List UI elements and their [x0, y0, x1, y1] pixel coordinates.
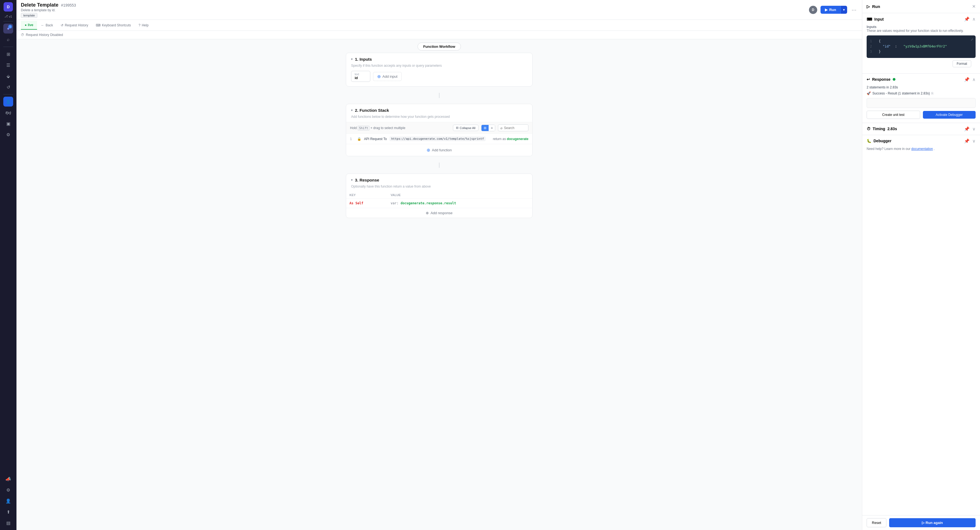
grid-view-button[interactable]: ⊞ — [482, 125, 488, 131]
format-button[interactable]: Format — [953, 60, 971, 67]
api-row-num: 1 — [350, 137, 355, 141]
panel-title: Run — [872, 4, 880, 9]
response-section: ▾ 3. Response Optionally have this funct… — [346, 173, 533, 218]
input-tag-value: id — [355, 76, 367, 80]
debugger-pin-button[interactable]: 📌 — [964, 138, 970, 143]
more-options-button[interactable]: ⋯ — [850, 6, 858, 14]
sidebar: D ⎇v1 ● 1 ⌕ ⊞ ☰ ⬙ ↺ 👤 f(x) ▣ ⚙ 📣 ⚙ — [0, 0, 16, 530]
response-chevron[interactable]: ▾ — [351, 178, 353, 182]
sidebar-item-megaphone[interactable]: 📣 — [3, 474, 13, 484]
response-arrow-icon: ↩ — [867, 77, 870, 81]
sidebar-item-table[interactable]: ☰ — [3, 60, 13, 70]
inputs-chevron[interactable]: ▾ — [351, 57, 353, 61]
collapse-icon: ⊟ — [456, 126, 458, 130]
navbar-back-button[interactable]: ← Back — [37, 21, 57, 29]
sidebar-item-search[interactable]: ⌕ — [3, 35, 13, 45]
navbar-help-button[interactable]: ? Help — [135, 21, 152, 29]
input-row: text id ⊕ Add input — [351, 71, 527, 82]
history-icon: ↺ — [6, 84, 10, 90]
panel-close-button[interactable]: ✕ — [972, 4, 975, 9]
add-response-plus-icon: ⊕ — [426, 211, 429, 215]
sidebar-toggle-icon: ▤ — [6, 520, 10, 525]
api-row-1: 1 🔒 API Request To https://api.docugener… — [346, 134, 532, 144]
table-icon: ☰ — [6, 63, 10, 68]
response-subtitle: Optionally have this function return a v… — [346, 185, 532, 192]
list-view-button[interactable]: ≡ — [488, 125, 495, 131]
package-icon: ▣ — [6, 121, 10, 126]
run-play-icon: ▷ — [867, 4, 870, 9]
layers-icon: ⬙ — [6, 73, 10, 79]
navbar-request-history-button[interactable]: ↺ Request History — [57, 21, 92, 29]
workflow-title: Function Workflow — [418, 43, 461, 51]
response-panel-header: ↩ Response 📌 ∧ — [862, 73, 980, 85]
sidebar-item-grid[interactable]: ⊞ — [3, 49, 13, 59]
response-val-cell: var: docugenerate.response.result — [387, 199, 532, 208]
timing-header: ⏱ Timing 2.83s 📌 ∨ — [862, 123, 980, 135]
run-panel: ▷ Run ✕ ⌨ Input 📌 ∧ Inputs T — [862, 0, 980, 530]
code-expand-button[interactable]: ⤢ — [970, 38, 974, 41]
debugger-expand-button[interactable]: ∨ — [972, 138, 975, 143]
search-icon: ⌕ — [500, 126, 503, 130]
reset-button[interactable]: Reset — [867, 518, 886, 527]
add-input-plus-icon: ⊕ — [377, 74, 381, 79]
function-stack-chevron[interactable]: ▾ — [351, 108, 353, 112]
input-collapse-button[interactable]: ∧ — [972, 16, 975, 22]
input-tag-id[interactable]: text id — [351, 71, 370, 82]
sidebar-item-users[interactable]: 👤 — [3, 97, 13, 107]
sidebar-item-sidebar-toggle[interactable]: ▤ — [3, 518, 13, 528]
run-again-button[interactable]: ▷ Run again — [889, 518, 975, 527]
input-tag-label: text — [355, 73, 367, 76]
success-message: 🚀 Success - Result (1 statement in 2.83s… — [867, 91, 975, 95]
sidebar-item-live[interactable]: ● 1 — [3, 24, 13, 33]
help-text: Need help? Learn more in our documentati… — [862, 147, 980, 154]
run-button-group: ▶ Run ▾ — [821, 6, 847, 14]
avatar[interactable]: D — [3, 2, 13, 11]
response-collapse-button[interactable]: ∧ — [972, 77, 975, 82]
api-return-value: docugenerate — [507, 137, 528, 141]
input-icon: ⌨ — [867, 17, 872, 21]
create-unit-test-button[interactable]: Create unit test — [867, 111, 920, 119]
sidebar-item-history[interactable]: ↺ — [3, 82, 13, 92]
success-dot — [893, 78, 896, 81]
response-pin-button[interactable]: 📌 — [964, 77, 970, 82]
add-function-plus-icon: ⊕ — [426, 148, 430, 153]
timing-expand-button[interactable]: ∨ — [972, 126, 975, 132]
copy-result-button[interactable]: ⎘ — [931, 91, 933, 95]
inputs-title: 1. Inputs — [355, 57, 372, 62]
panel-header: ▷ Run ✕ — [862, 0, 980, 13]
sidebar-item-package[interactable]: ▣ — [3, 119, 13, 129]
inputs-description: Inputs These are values required for you… — [867, 25, 975, 33]
response-table-row: As Self var: docugenerate.response.resul… — [346, 199, 532, 208]
run-button[interactable]: ▶ Run — [821, 6, 840, 14]
settings-icon: ⚙ — [6, 132, 10, 137]
add-input-button[interactable]: ⊕ Add input — [373, 72, 402, 81]
sidebar-item-settings[interactable]: ⚙ — [3, 130, 13, 140]
response-header: ▾ 3. Response — [346, 174, 532, 185]
collapse-all-button[interactable]: ⊟ Collapse All — [453, 125, 479, 131]
person-icon: 👤 — [5, 498, 11, 504]
sidebar-item-person[interactable]: 👤 — [3, 496, 13, 506]
timing-pin-button[interactable]: 📌 — [964, 126, 970, 132]
sidebar-item-gear2[interactable]: ⚙ — [3, 485, 13, 495]
val-value: docugenerate.response.result — [401, 201, 456, 205]
gear2-icon: ⚙ — [6, 487, 10, 493]
debugger-panel-section: 🐛 Debugger 📌 ∨ Need help? Learn more in … — [862, 135, 980, 154]
input-pin-button[interactable]: 📌 — [964, 16, 970, 22]
add-response-button[interactable]: ⊕ Add response — [346, 208, 532, 218]
code-editor[interactable]: 1 { 2 "id": "yzVdw1pJxBMf64erFVr2" 3 } ⤢ — [867, 35, 975, 58]
sidebar-item-function[interactable]: f(x) — [3, 108, 13, 118]
sidebar-item-upload[interactable]: ⬆ — [3, 507, 13, 517]
function-stack-subtitle: Add functions below to determine how you… — [346, 115, 532, 122]
activate-debugger-button[interactable]: Activate Debugger — [923, 111, 976, 119]
panel-footer: Reset ▷ Run again — [862, 515, 980, 530]
documentation-link[interactable]: documentation — [912, 147, 933, 151]
navbar-live-tab[interactable]: ● live — [21, 21, 37, 30]
sidebar-item-layers[interactable]: ⬙ — [3, 71, 13, 81]
add-function-button[interactable]: ⊕ Add function — [346, 144, 532, 156]
navbar-keyboard-shortcuts-button[interactable]: ⌨ Keyboard Shortcuts — [92, 21, 135, 29]
page-title: Delete Template — [21, 2, 59, 8]
code-line-3: 3 } — [870, 49, 972, 54]
run-dropdown-button[interactable]: ▾ — [840, 6, 847, 14]
keyboard-icon: ⌨ — [96, 23, 100, 27]
function-search-input[interactable] — [504, 126, 526, 130]
